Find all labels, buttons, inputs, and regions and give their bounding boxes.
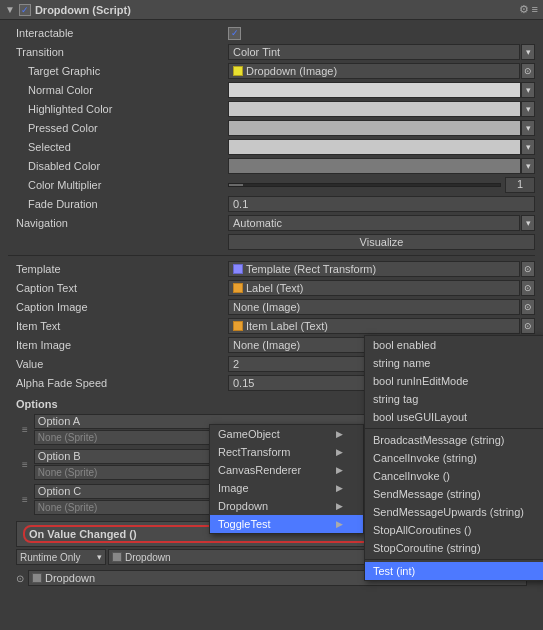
navigation-field: Automatic ▾ <box>228 215 535 231</box>
event-object-field[interactable]: Dropdown <box>108 549 527 565</box>
pressed-color-expand[interactable]: ▾ <box>521 120 535 136</box>
caption-text-select-btn[interactable]: ⊙ <box>521 280 535 296</box>
target-graphic-label: Target Graphic <box>8 65 228 77</box>
fade-duration-value[interactable]: 0.1 <box>228 196 535 212</box>
ctx-dropdown-arrow: ▶ <box>336 501 343 511</box>
script-enabled-checkbox[interactable]: ✓ <box>19 4 31 16</box>
event-fields-row: Runtime Only ▾ Dropdown <box>16 549 527 565</box>
main-context-menu: GameObject ▶ RectTransform ▶ CanvasRende… <box>209 424 364 534</box>
item-image-value[interactable]: None (Image) <box>228 337 520 353</box>
alpha-fade-label: Alpha Fade Speed <box>8 377 228 389</box>
highlighted-color-label: Highlighted Color <box>8 103 228 115</box>
runtime-dropdown-arrow: ▾ <box>97 552 102 562</box>
settings-icon[interactable]: ⚙ <box>519 3 529 16</box>
highlighted-color-row: Highlighted Color ▾ <box>8 100 535 118</box>
normal-color-row: Normal Color ▾ <box>8 81 535 99</box>
interactable-checkbox[interactable]: ✓ <box>228 27 241 40</box>
value-row: Value 2 <box>8 355 535 373</box>
transition-field: Color Tint ▾ <box>228 44 535 60</box>
highlighted-color-expand[interactable]: ▾ <box>521 101 535 117</box>
disabled-color-expand[interactable]: ▾ <box>521 158 535 174</box>
header-icons: ⚙ ≡ <box>519 3 538 16</box>
dropdown-footer: ⊙ Dropdown <box>16 569 527 587</box>
visualize-button[interactable]: Visualize <box>228 234 535 250</box>
ctx-item-canvasrenderer[interactable]: CanvasRenderer ▶ <box>210 461 363 479</box>
normal-color-field[interactable] <box>228 82 521 98</box>
item-text-value[interactable]: Item Label (Text) <box>228 318 520 334</box>
item-text-field: Item Label (Text) ⊙ <box>228 318 535 334</box>
item-image-select-btn[interactable]: ⊙ <box>521 337 535 353</box>
collapse-icon[interactable]: ▼ <box>5 4 15 15</box>
normal-color-expand[interactable]: ▾ <box>521 82 535 98</box>
template-value[interactable]: Template (Rect Transform) <box>228 261 520 277</box>
interactable-row: Interactable ✓ <box>8 24 535 42</box>
divider1 <box>8 255 535 256</box>
no-function-button[interactable]: No Function <box>454 457 527 473</box>
alpha-fade-value[interactable]: 0.15 <box>228 375 535 391</box>
ctx-item-gameobject[interactable]: GameObject ▶ <box>210 425 363 443</box>
selected-color-field[interactable] <box>228 139 521 155</box>
navigation-expand-btn[interactable]: ▾ <box>521 215 535 231</box>
item-text-label: Item Text <box>8 320 228 332</box>
caption-text-row: Caption Text Label (Text) ⊙ <box>8 279 535 297</box>
color-multiplier-slider: 1 <box>228 177 535 193</box>
color-multiplier-label: Color Multiplier <box>8 179 228 191</box>
selected-color-expand[interactable]: ▾ <box>521 139 535 155</box>
transition-value[interactable]: Color Tint <box>228 44 520 60</box>
ctx-toggletest-label: ToggleTest <box>218 518 271 530</box>
ctx-canvasrenderer-label: CanvasRenderer <box>218 464 301 476</box>
caption-image-value[interactable]: None (Image) <box>228 299 520 315</box>
option-a-handle: ≡ <box>22 424 28 435</box>
option-b-handle: ≡ <box>22 459 28 470</box>
caption-text-field: Label (Text) ⊙ <box>228 280 535 296</box>
ctx-dropdown-label: Dropdown <box>218 500 268 512</box>
no-function-checkbox[interactable]: ✓ <box>438 458 452 472</box>
caption-text-label: Caption Text <box>8 282 228 294</box>
fade-duration-row: Fade Duration 0.1 <box>8 195 535 213</box>
disabled-color-field[interactable] <box>228 158 521 174</box>
ctx-item-toggletest[interactable]: ToggleTest ▶ <box>210 515 363 533</box>
highlighted-color-field[interactable] <box>228 101 521 117</box>
interactable-label: Interactable <box>8 27 228 39</box>
caption-image-field: None (Image) ⊙ <box>228 299 535 315</box>
inspector-header: ▼ ✓ Dropdown (Script) ⚙ ≡ <box>0 0 543 20</box>
transition-expand-btn[interactable]: ▾ <box>521 44 535 60</box>
item-image-field: None (Image) ⊙ <box>228 337 535 353</box>
transition-label: Transition <box>8 46 228 58</box>
transition-row: Transition Color Tint ▾ <box>8 43 535 61</box>
selected-color-row: Selected ▾ <box>8 138 535 156</box>
pressed-color-field[interactable] <box>228 120 521 136</box>
target-graphic-value[interactable]: Dropdown (Image) <box>228 63 520 79</box>
ctx-recttransform-arrow: ▶ <box>336 447 343 457</box>
slider-track[interactable] <box>228 183 501 187</box>
dropdown-footer-label: Dropdown <box>28 570 527 586</box>
target-graphic-select-btn[interactable]: ⊙ <box>521 63 535 79</box>
template-label: Template <box>8 263 228 275</box>
event-icon: + <box>515 529 520 539</box>
runtime-dropdown[interactable]: Runtime Only ▾ <box>16 549 106 565</box>
template-row: Template Template (Rect Transform) ⊙ <box>8 260 535 278</box>
template-select-btn[interactable]: ⊙ <box>521 261 535 277</box>
disabled-color-row: Disabled Color ▾ <box>8 157 535 175</box>
value-field[interactable]: 2 <box>228 356 535 372</box>
disabled-color-label: Disabled Color <box>8 160 228 172</box>
pressed-color-row: Pressed Color ▾ <box>8 119 535 137</box>
no-function-area: ✓ No Function <box>438 457 527 473</box>
dropdown-footer-icon2 <box>32 573 42 583</box>
selected-color-label: Selected <box>8 141 228 153</box>
ctx-item-recttransform[interactable]: RectTransform ▶ <box>210 443 363 461</box>
more-icon[interactable]: ≡ <box>532 3 538 16</box>
ctx-item-image[interactable]: Image ▶ <box>210 479 363 497</box>
caption-image-select-btn[interactable]: ⊙ <box>521 299 535 315</box>
caption-image-row: Caption Image None (Image) ⊙ <box>8 298 535 316</box>
color-multiplier-value[interactable]: 1 <box>505 177 535 193</box>
ctx-item-dropdown[interactable]: Dropdown ▶ <box>210 497 363 515</box>
color-multiplier-row: Color Multiplier 1 <box>8 176 535 194</box>
ctx-gameobject-label: GameObject <box>218 428 280 440</box>
caption-text-value[interactable]: Label (Text) <box>228 280 520 296</box>
item-image-row: Item Image None (Image) ⊙ <box>8 336 535 354</box>
ctx-image-arrow: ▶ <box>336 483 343 493</box>
options-header: Options <box>8 396 535 412</box>
item-text-select-btn[interactable]: ⊙ <box>521 318 535 334</box>
navigation-value[interactable]: Automatic <box>228 215 520 231</box>
